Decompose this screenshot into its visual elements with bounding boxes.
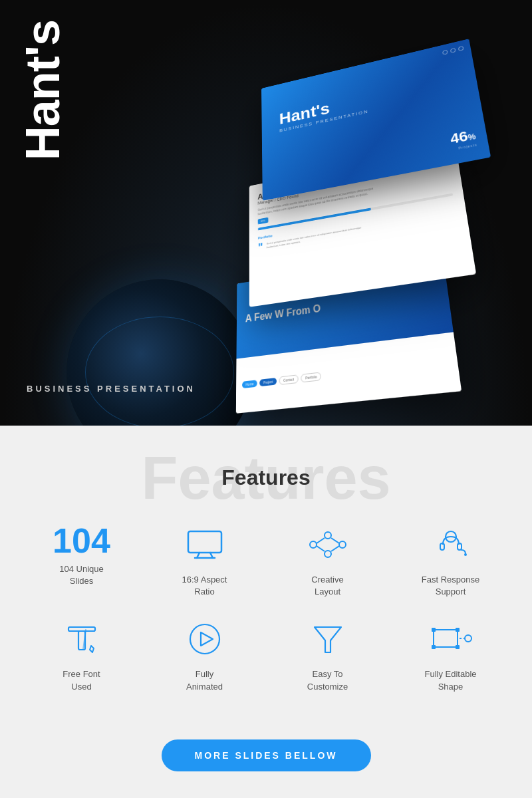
feature-free-font: Free FontUsed: [27, 618, 136, 692]
feature-label-unique-slides: 104 UniqueSlides: [59, 563, 104, 587]
feature-easy-customize: Easy ToCustomize: [273, 618, 382, 692]
feature-fully-animated: FullyAnimated: [150, 618, 259, 692]
feature-label-easy-customize: Easy ToCustomize: [307, 668, 348, 692]
font-icon: [61, 618, 103, 660]
svg-rect-21: [434, 630, 458, 647]
features-title: Features: [27, 466, 505, 490]
cta-wrapper: MORE SLIDES BELLOW: [27, 726, 505, 798]
svg-line-10: [317, 546, 325, 551]
shapes-icon: [430, 618, 472, 660]
hero-section: Hant's Hant's BUSINESS PRESENTATION 46% …: [0, 0, 532, 426]
features-section: Features Features 104 104 UniqueSlides 1…: [0, 426, 532, 798]
svg-rect-25: [456, 645, 460, 649]
svg-line-11: [331, 546, 339, 551]
feature-fast-response: Fast ResponseSupport: [396, 523, 505, 598]
more-slides-button[interactable]: MORE SLIDES BELLOW: [162, 739, 371, 771]
monitor-icon: [184, 523, 226, 566]
svg-rect-0: [188, 531, 221, 553]
svg-point-15: [464, 553, 467, 556]
feature-creative-layout: CreativeLayout: [273, 523, 382, 598]
feature-label-creative-layout: CreativeLayout: [311, 574, 343, 598]
features-header: Features Features: [27, 466, 505, 490]
feature-number: 104: [53, 523, 110, 558]
play-icon: [184, 618, 226, 660]
feature-aspect-ratio: 16:9 AspectRatio: [150, 523, 259, 598]
svg-line-9: [331, 538, 339, 543]
hero-title: Hant's: [19, 20, 66, 160]
svg-line-8: [317, 538, 325, 543]
hero-subtitle: BUSINESS PRESENTATION: [27, 384, 196, 394]
feature-unique-slides: 104 104 UniqueSlides: [27, 523, 136, 598]
slide-bottom-text: A Few W From O: [245, 303, 321, 325]
svg-rect-22: [432, 628, 436, 632]
svg-rect-23: [456, 628, 460, 632]
svg-marker-20: [201, 632, 213, 646]
feature-label-fully-editable: Fully EditableShape: [424, 668, 476, 692]
svg-point-7: [325, 551, 331, 557]
feature-label-fully-animated: FullyAnimated: [186, 668, 223, 692]
feature-fully-editable: Fully EditableShape: [396, 618, 505, 692]
filter-icon: [307, 618, 349, 660]
support-icon: [430, 523, 472, 566]
features-grid: 104 104 UniqueSlides 16:9 AspectRatio: [27, 523, 505, 693]
feature-label-fast-response: Fast ResponseSupport: [422, 574, 479, 598]
svg-point-5: [325, 532, 331, 539]
svg-point-6: [339, 541, 346, 548]
svg-point-27: [465, 635, 471, 642]
svg-point-19: [190, 624, 219, 654]
feature-label-aspect-ratio: 16:9 AspectRatio: [182, 574, 227, 598]
svg-point-4: [310, 541, 317, 548]
svg-rect-24: [432, 645, 436, 649]
nodes-icon: [307, 523, 349, 566]
feature-label-free-font: Free FontUsed: [63, 668, 100, 692]
slides-mockup: Hant's BUSINESS PRESENTATION 46% Project…: [200, 40, 532, 386]
